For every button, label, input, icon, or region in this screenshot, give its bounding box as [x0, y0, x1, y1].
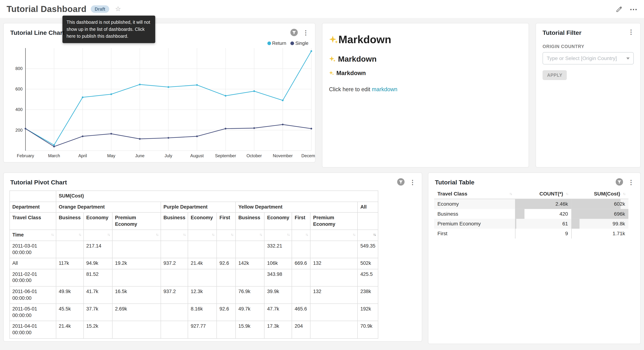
apply-button[interactable]: APPLY [542, 70, 567, 80]
pivot-row-label: All [10, 258, 56, 269]
markdown-heading-text: Markdown [336, 70, 366, 76]
column-header-travel-class[interactable]: Travel Class↑↓ [434, 189, 515, 199]
filter-funnel-circle-icon[interactable] [616, 178, 623, 186]
cell-count: 2.46k [515, 199, 571, 209]
pivot-sort-cell[interactable]: ↑↓ [292, 230, 310, 241]
table-row: First91.71k [434, 229, 628, 238]
sort-arrows-icon[interactable]: ↑↓ [107, 232, 110, 238]
star-outline-icon[interactable]: ☆ [115, 6, 121, 12]
cell-value: 2.46k [556, 201, 568, 207]
sort-arrows-icon[interactable]: ↑↓ [51, 232, 54, 238]
column-header-sum-cost-[interactable]: SUM(Cost)↑↓ [571, 189, 628, 199]
pivot-time-header[interactable]: ↑↓Time [10, 230, 56, 241]
pivot-cell: 70.9k [358, 321, 378, 338]
kebab-menu-icon[interactable]: ⋮ [627, 179, 635, 185]
value-bar [515, 229, 515, 238]
pivot-cell: 94.9k [84, 258, 112, 269]
sort-arrows-icon[interactable]: ↑↓ [78, 232, 81, 238]
markdown-heading-text: Markdown [338, 54, 376, 64]
pivot-row-label: 2011-03-01 00:00:00 [10, 241, 56, 258]
origin-country-select[interactable]: Type or Select [Origin Country] [542, 52, 634, 64]
pivot-cell [236, 241, 264, 258]
sort-arrows-icon[interactable]: ↑↓ [622, 191, 625, 196]
pivot-cell: 132 [310, 258, 358, 269]
sort-arrows-icon[interactable]: ↑↓ [352, 232, 355, 238]
publish-tooltip: This dashboard is not published, it will… [62, 16, 155, 43]
ellipsis-menu-icon[interactable]: ⋯ [630, 5, 638, 13]
pivot-cell [161, 241, 188, 258]
pivot-sort-cell[interactable]: ↑↓ [358, 230, 378, 241]
sort-arrows-icon[interactable]: ↑↓ [305, 232, 308, 238]
sparkles-icon [329, 56, 336, 62]
svg-text:July: July [164, 153, 172, 158]
pivot-cell [310, 241, 358, 258]
pivot-row-label: 2011-06-01 00:00:00 [10, 286, 56, 304]
origin-country-label: ORIGIN COUNTRY [542, 44, 634, 49]
line-chart-plot: 200400600800FebruaryMarchAprilMayJuneJul… [4, 24, 315, 162]
pivot-sort-cell[interactable]: ↑↓ [310, 230, 358, 241]
pivot-cell [292, 241, 310, 258]
sparkles-icon [329, 70, 334, 76]
pivot-cell: 8.16k [188, 304, 217, 321]
pivot-cell [217, 321, 236, 338]
cell-value: 1.71k [612, 231, 625, 236]
pivot-cell: 142k [236, 258, 264, 269]
pivot-sort-cell[interactable]: ↑↓ [112, 230, 161, 241]
filter-title: Tutorial Filter [542, 29, 582, 37]
pivot-cell: 81.52 [84, 269, 112, 286]
column-header-label: COUNT(*) [539, 191, 563, 197]
sort-arrows-icon-sorted[interactable]: ↑↓ [373, 232, 376, 238]
pivot-cell: 937.2 [161, 258, 188, 269]
pivot-sort-cell[interactable]: ↑↓ [236, 230, 264, 241]
pivot-subcolumn-header: Economy [84, 212, 112, 230]
sort-arrows-icon[interactable]: ↑↓ [156, 232, 158, 238]
pivot-row-label: 2011-04-01 00:00:00 [10, 321, 56, 338]
value-bar [515, 209, 525, 219]
kebab-menu-icon[interactable]: ⋮ [627, 29, 635, 35]
pivot-cell: 502k [358, 258, 378, 269]
pivot-cell: 238k [358, 286, 378, 304]
sort-arrows-icon[interactable]: ↑↓ [287, 232, 289, 238]
page-title[interactable]: Tutorial Dashboard [6, 4, 86, 14]
card-tutorial-filter: Tutorial Filter ⋮ ORIGIN COUNTRY Type or… [536, 23, 641, 168]
cell-sum: 696k [571, 209, 628, 219]
sort-arrows-icon[interactable]: ↑↓ [566, 191, 568, 196]
sort-arrows-icon[interactable]: ↑↓ [212, 232, 214, 238]
pivot-cell: 217.14 [84, 241, 112, 258]
pivot-sort-cell[interactable]: ↑↓ [56, 230, 84, 241]
value-bar [571, 229, 572, 238]
markdown-paragraph: Click here to edit markdown [329, 86, 522, 92]
sort-arrows-icon[interactable]: ↑↓ [259, 232, 262, 238]
pivot-subcolumn-header: First [217, 212, 236, 230]
status-badge[interactable]: Draft [90, 5, 109, 13]
table-row: Economy2.46k602k [434, 199, 628, 209]
pivot-cell [188, 241, 217, 258]
pivot-sort-cell[interactable]: ↑↓ [84, 230, 112, 241]
svg-text:November: November [273, 153, 293, 158]
pivot-group-header: All [358, 202, 378, 212]
pivot-cell [310, 304, 358, 321]
cell-travel-class: Premium Economy [434, 219, 515, 229]
pivot-cell [217, 269, 236, 286]
pivot-sort-cell[interactable]: ↑↓ [188, 230, 217, 241]
cell-count: 61 [515, 219, 571, 229]
pivot-subcolumn-header [358, 212, 378, 230]
sort-arrows-icon[interactable]: ↑↓ [183, 232, 186, 238]
column-header-count-[interactable]: COUNT(*)↑↓ [515, 189, 571, 199]
filter-funnel-circle-icon[interactable] [397, 178, 404, 186]
pivot-sort-cell[interactable]: ↑↓ [264, 230, 292, 241]
sort-arrows-icon[interactable]: ↑↓ [509, 191, 512, 196]
pivot-card-header: Tutorial Pivot Chart ⋮ [4, 173, 422, 186]
pivot-cell: 132 [310, 286, 358, 304]
sort-arrows-icon[interactable]: ↑↓ [230, 232, 233, 238]
pivot-sort-cell[interactable]: ↑↓ [161, 230, 188, 241]
pivot-cell [56, 269, 84, 286]
cell-value: 696k [614, 211, 625, 217]
markdown-edit-link[interactable]: markdown [372, 86, 398, 92]
edit-pencil-icon[interactable] [616, 6, 622, 12]
value-bar [515, 219, 516, 229]
pivot-subcolumn-header: First [292, 212, 310, 230]
kebab-menu-icon[interactable]: ⋮ [409, 179, 416, 185]
cell-value: 602k [614, 201, 625, 207]
pivot-sort-cell[interactable]: ↑↓ [217, 230, 236, 241]
